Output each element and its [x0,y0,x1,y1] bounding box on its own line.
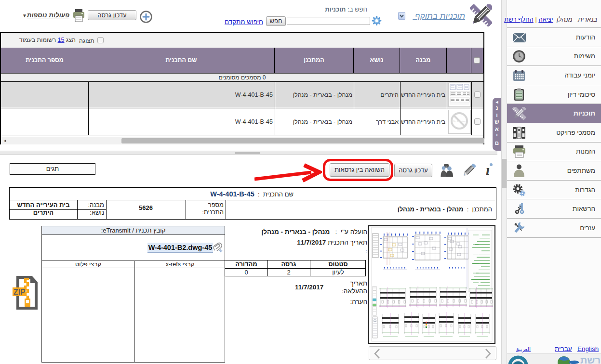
svg-text:No Preview: No Preview [453,120,466,123]
W-4-401-B-45: W-4-401-B-45מנהלן - בנארית - מנהלןהיתרים… [1,81,483,108]
W-4-401-B-45: W-4-401-B-45מנהלן - בנארית - מנהלןאבני ד… [1,108,483,135]
svg-text:ZIP: ZIP [13,288,26,296]
svg-text:..: .. [446,164,447,167]
